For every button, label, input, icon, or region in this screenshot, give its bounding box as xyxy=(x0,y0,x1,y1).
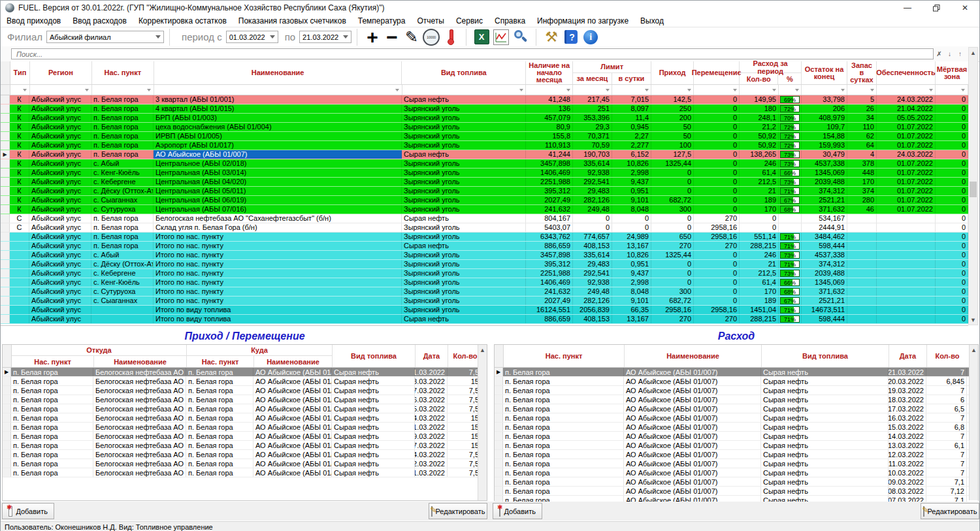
cell[interactable]: п. Белая гора xyxy=(186,386,253,394)
col-from[interactable]: Откуда xyxy=(12,345,187,356)
cell[interactable]: с. Кенг-Кюёль xyxy=(91,278,154,287)
table-row[interactable]: КАбыйский улусп. Белая гора4 квартал (АБ… xyxy=(1,105,968,114)
col-ostatok[interactable]: Остаток на конец xyxy=(802,61,847,84)
cell[interactable]: Абыйский улус xyxy=(29,242,91,250)
cell[interactable]: АО Абыйское (АБЫ 01/007) xyxy=(624,441,761,449)
cell[interactable] xyxy=(877,233,936,241)
cell[interactable] xyxy=(10,297,29,305)
cell[interactable]: п. Белая гора xyxy=(186,377,253,385)
cell[interactable]: К xyxy=(10,123,29,131)
col-tip[interactable]: Тип xyxy=(10,61,30,84)
cell[interactable]: 6,5 xyxy=(926,404,967,413)
cell[interactable]: 3 квартал (АБЫ 01/001) xyxy=(154,95,402,104)
cell[interactable]: Сырая нефть xyxy=(332,468,415,477)
cell[interactable]: п. Белая гора xyxy=(11,368,93,376)
tools-button[interactable]: ⚒ xyxy=(542,28,561,46)
pct-cell[interactable]: 67% xyxy=(779,297,802,305)
cell[interactable]: 0 xyxy=(936,278,968,287)
cell[interactable]: 149,95 xyxy=(740,95,779,104)
cell[interactable]: 46 xyxy=(847,205,877,214)
cell[interactable]: 50 xyxy=(651,132,694,140)
cell[interactable]: 14.03.2022 xyxy=(889,432,926,440)
cell[interactable]: Сырая нефть xyxy=(761,432,889,440)
cell[interactable]: 774,657 xyxy=(573,233,612,241)
cell[interactable] xyxy=(10,278,29,287)
cell[interactable]: К xyxy=(10,178,29,186)
row-selector-cell[interactable] xyxy=(495,423,503,431)
table-row[interactable]: п. Белая гораАО Абыйское (АБЫ 01/007)Сыр… xyxy=(495,386,978,395)
cell[interactable]: 371,632 xyxy=(802,205,847,214)
cell[interactable]: 0 xyxy=(694,196,740,204)
cell[interactable]: 0 xyxy=(694,178,740,186)
cell[interactable]: 26 xyxy=(847,105,877,113)
cell[interactable]: 18.03.2022 xyxy=(415,377,448,385)
table-row[interactable]: п. Белая гораБелогоская нефтебаза АО "Са… xyxy=(3,395,487,404)
cell[interactable]: 0 xyxy=(936,132,968,140)
cell[interactable]: Абыйский улус xyxy=(29,269,91,278)
cell[interactable]: с. Дёску (Оттох-Атах) xyxy=(91,260,154,268)
cell[interactable]: 241,632 xyxy=(526,287,573,296)
table-row[interactable]: п. Белая гораБелогоская нефтебаза АО "Са… xyxy=(3,377,487,386)
row-selector-cell[interactable] xyxy=(3,395,11,404)
search-prev-button[interactable]: ↑ xyxy=(955,49,965,59)
cell[interactable] xyxy=(10,287,29,296)
period-from-combobox[interactable]: 01.03.2022 xyxy=(226,31,278,43)
cell[interactable]: 29,483 xyxy=(573,187,612,195)
cell[interactable]: 2521,21 xyxy=(802,196,847,204)
cell[interactable]: АО Абыйское (АБЫ 01/007) xyxy=(624,386,761,394)
cell[interactable]: АО Абыйское (АБЫ 01/007) xyxy=(253,368,332,376)
table-row[interactable]: п. Белая гораАО Абыйское (АБЫ 01/007)Сыр… xyxy=(495,459,978,468)
menu-item[interactable]: Показания газовых счетчиков xyxy=(233,16,352,25)
cell[interactable]: 155,8 xyxy=(526,132,573,140)
row-selector-cell[interactable]: ▶ xyxy=(1,150,10,159)
cell[interactable]: Сырая нефть xyxy=(761,450,889,459)
table-row[interactable]: Абыйский улусс. Кенг-КюёльИтого по нас. … xyxy=(1,278,968,287)
cell[interactable]: п. Белая гора xyxy=(503,386,624,394)
cell[interactable]: п. Белая гора xyxy=(186,395,253,404)
table-row[interactable]: КАбыйский улусс. КебергенеЦентральная (А… xyxy=(1,178,968,187)
cell[interactable]: Центральная (АБЫ 07/016) xyxy=(154,205,402,214)
cell[interactable]: Абыйский улус xyxy=(29,196,91,204)
filter-cell[interactable] xyxy=(573,85,612,95)
cell[interactable]: Итого по нас. пункту xyxy=(154,297,402,305)
cell[interactable]: Итого по нас. пункту xyxy=(154,242,402,250)
edit-button[interactable]: ✎ xyxy=(402,28,421,46)
filter-cell[interactable] xyxy=(847,85,877,95)
cell[interactable]: Зырянский уголь xyxy=(402,159,526,168)
cell[interactable]: п. Белая гора xyxy=(503,432,624,440)
cell[interactable]: 9,437 xyxy=(612,269,651,278)
cell[interactable]: Абыйский улус xyxy=(29,95,91,104)
cell[interactable]: Сырая нефть xyxy=(402,315,526,323)
cell[interactable]: Абыйский улус xyxy=(29,306,91,314)
col-limit[interactable]: Лимит xyxy=(573,61,651,73)
cell[interactable]: 29,483 xyxy=(573,260,612,268)
cell[interactable]: 110,913 xyxy=(526,141,573,150)
cell[interactable]: п. Белая гора xyxy=(503,487,624,495)
cell[interactable]: 15.03.2022 xyxy=(889,423,926,431)
cell[interactable]: Итого по нас. пункту xyxy=(154,278,402,287)
cell[interactable]: 0 xyxy=(694,132,740,140)
filter-dropdown-icon[interactable] xyxy=(793,86,800,93)
cell[interactable]: 0 xyxy=(612,214,651,223)
pct-cell[interactable]: 73% xyxy=(779,178,802,186)
cell[interactable]: 21.03.2022 xyxy=(415,368,448,376)
cell[interactable]: Сырая нефть xyxy=(761,468,889,477)
cell[interactable]: 92,938 xyxy=(573,278,612,287)
cell[interactable]: АО Абыйское (АБЫ 01/007) xyxy=(253,423,332,431)
row-selector-cell[interactable] xyxy=(3,441,11,449)
cell[interactable]: Белогоская нефтебаза АО "Са xyxy=(93,413,186,422)
cell[interactable]: 5 xyxy=(847,95,877,104)
cell[interactable]: 41,244 xyxy=(526,150,573,159)
cell[interactable]: 0 xyxy=(740,223,779,232)
pct-cell[interactable]: 73% xyxy=(779,150,802,159)
cell[interactable]: Зырянский уголь xyxy=(402,141,526,150)
row-selector-cell[interactable] xyxy=(495,487,503,495)
cell[interactable]: АО Абыйское (АБЫ 01/007) xyxy=(253,386,332,394)
cell[interactable]: 01.07.2022 xyxy=(877,178,936,186)
cell[interactable]: 08.03.2022 xyxy=(889,487,926,495)
table-row[interactable]: КАбыйский улусп. Белая гораИРВП (АБЫ 01/… xyxy=(1,132,968,141)
cell[interactable]: 0 xyxy=(694,297,740,305)
cell[interactable]: п. Белая гора xyxy=(11,423,93,431)
cell[interactable] xyxy=(847,306,877,314)
cell[interactable]: 7,1 xyxy=(926,477,967,486)
